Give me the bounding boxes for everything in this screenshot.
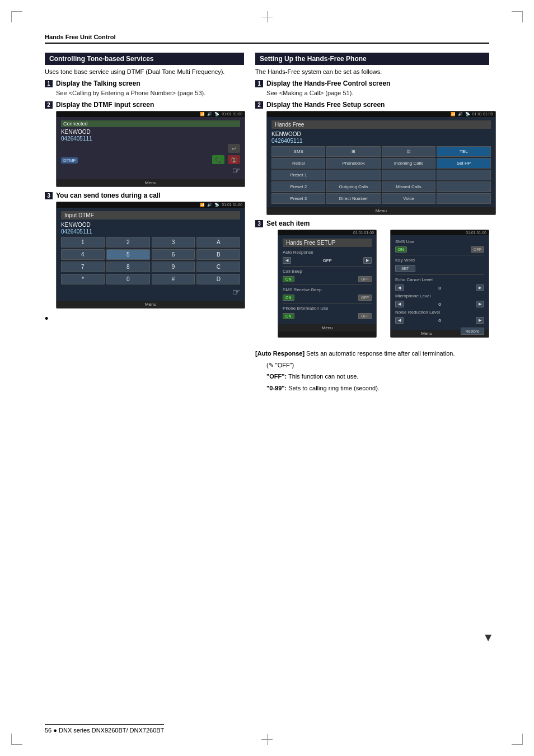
setup-row-smsuse-val: ON OFF bbox=[395, 246, 484, 253]
key-B[interactable]: B bbox=[196, 249, 240, 260]
note-off-desc: "OFF": This function can not use. bbox=[266, 372, 489, 381]
menu-redial[interactable]: Redial bbox=[271, 158, 325, 169]
menu-direct[interactable]: Direct Number bbox=[326, 193, 380, 204]
page-number: 56 bbox=[45, 727, 51, 734]
menu-tel[interactable]: TEL bbox=[437, 146, 490, 157]
setup-row-smsbeep-val: ON OFF bbox=[283, 294, 372, 301]
bullet-dot: • bbox=[45, 313, 244, 325]
btn-sb-off[interactable]: OFF bbox=[358, 295, 372, 301]
right-description: The Hands-Free system can be set as foll… bbox=[255, 68, 489, 75]
key-star[interactable]: * bbox=[61, 274, 105, 284]
setup-row-autoresponse-label: Auto Response bbox=[283, 249, 372, 255]
key-5[interactable]: 5 bbox=[106, 249, 150, 260]
hf-status-bar: 📶 🔊 📡 01:01 01:00 bbox=[267, 111, 495, 117]
setup-screen-2: 01:01 01:00 SMS Use ON OFF Key Word bbox=[390, 230, 489, 338]
r-step-1-title: Display the Hands-Free Control screen bbox=[266, 80, 390, 87]
r-step-badge-3: 3 bbox=[255, 220, 263, 227]
screen-footer-1: Menu bbox=[57, 179, 245, 186]
connected-label: Connected bbox=[61, 120, 240, 127]
hand-pointer-icon: ☞ bbox=[61, 165, 240, 176]
btn-su-on[interactable]: ON bbox=[395, 246, 407, 253]
menu-incoming[interactable]: Incoming Calls bbox=[382, 158, 435, 169]
r-step-3-title: Set each item bbox=[266, 220, 310, 227]
setup-body-1: Hands Free SETUP Auto Response ◀ OFF ▶ bbox=[278, 235, 376, 324]
btn-pi-off[interactable]: OFF bbox=[358, 313, 372, 319]
menu-preset1[interactable]: Preset 1 bbox=[271, 170, 325, 180]
btn-nr-right[interactable]: ▶ bbox=[476, 317, 484, 324]
key-hash[interactable]: # bbox=[152, 274, 195, 284]
setup-row-callbeep-label: Call Beep bbox=[283, 268, 372, 274]
btn-ml-right[interactable]: ▶ bbox=[476, 301, 484, 307]
setup-row-keyword-label: Key Word bbox=[395, 257, 484, 263]
divider-1 bbox=[283, 266, 372, 267]
btn-su-off[interactable]: OFF bbox=[471, 246, 484, 253]
btn-ml-left[interactable]: ◀ bbox=[395, 301, 404, 307]
btn-cb-off[interactable]: OFF bbox=[358, 276, 372, 282]
connected-screen: 📶 🔊 📡 01:01 01:00 Connected KENWOOD 0426… bbox=[56, 111, 245, 187]
setup-row-mic-val: ◀ 0 ▶ bbox=[395, 300, 484, 308]
menu-sms[interactable]: SMS bbox=[271, 146, 325, 157]
note-auto-response: [Auto Response] Sets an automatic respon… bbox=[255, 349, 489, 358]
btn-cb-on[interactable]: ON bbox=[283, 276, 294, 282]
key-C[interactable]: C bbox=[196, 262, 240, 272]
note-text-099: Sets to calling ring time (second). bbox=[288, 385, 380, 391]
btn-ec-right[interactable]: ▶ bbox=[476, 284, 484, 291]
connected-screen-body: Connected KENWOOD 0426405111 ↩ DTMF 📞 📵 bbox=[57, 117, 245, 179]
key-A[interactable]: A bbox=[196, 237, 240, 248]
menu-empty2: ⊡ bbox=[382, 146, 435, 157]
menu-outgoing[interactable]: Outgoing Calls bbox=[326, 181, 380, 192]
btn-sb-on[interactable]: ON bbox=[283, 295, 294, 301]
key-8[interactable]: 8 bbox=[106, 262, 150, 272]
menu-preset2[interactable]: Preset 2 bbox=[271, 181, 325, 192]
menu-voice[interactable]: Voice bbox=[382, 193, 435, 204]
btn-ar-right[interactable]: ▶ bbox=[363, 257, 372, 264]
note-keyword-ar: [Auto Response] bbox=[255, 350, 305, 357]
hf-menu-screen: 📶 🔊 📡 01:01 01:00 Hands Free KENWOOD 042… bbox=[266, 111, 496, 215]
step-3-title: You can send tones during a call bbox=[56, 192, 160, 199]
left-section-title: Controlling Tone-based Services bbox=[45, 53, 244, 65]
setup-row-phoneinfo-val: ON OFF bbox=[283, 312, 372, 320]
key-4[interactable]: 4 bbox=[61, 249, 105, 260]
hf-menu-footer: Menu bbox=[267, 207, 495, 214]
menu-missed[interactable]: Missed Calls bbox=[382, 181, 435, 192]
btn-kw-set[interactable]: SET bbox=[395, 265, 415, 272]
btn-pi-on[interactable]: ON bbox=[283, 313, 294, 319]
menu-phonebook[interactable]: Phonebook bbox=[326, 158, 380, 169]
key-0[interactable]: 0 bbox=[106, 274, 150, 284]
key-2[interactable]: 2 bbox=[106, 237, 150, 248]
setup-row-noise-val: ◀ 0 ▶ bbox=[395, 316, 484, 324]
caller-number-1: 0426405111 bbox=[61, 136, 240, 142]
key-D[interactable]: D bbox=[196, 274, 240, 284]
key-1[interactable]: 1 bbox=[61, 237, 105, 248]
dtmf-title-bar: Input DTMF bbox=[61, 211, 240, 220]
key-9[interactable]: 9 bbox=[152, 262, 195, 272]
btn-ar-left[interactable]: ◀ bbox=[283, 257, 291, 264]
note-text-ar: Sets an automatic response time after ca… bbox=[306, 350, 455, 357]
caller-number-2: 0426405111 bbox=[61, 228, 240, 235]
key-7[interactable]: 7 bbox=[61, 262, 105, 272]
note-099-desc: "0-99": Sets to calling ring time (secon… bbox=[266, 384, 489, 393]
btn-nr-left[interactable]: ◀ bbox=[395, 317, 404, 324]
footer-separator: ● bbox=[53, 727, 59, 734]
key-6[interactable]: 6 bbox=[152, 249, 195, 260]
setup-title-1: Hands Free SETUP bbox=[283, 239, 372, 247]
screen-footer-2: Menu bbox=[57, 301, 245, 308]
menu-empty4 bbox=[382, 170, 435, 180]
btn-ec-left[interactable]: ◀ bbox=[395, 284, 404, 291]
right-section-title: Setting Up the Hands-Free Phone bbox=[255, 53, 489, 65]
btn-restore[interactable]: Restore bbox=[461, 328, 485, 335]
right-column: Setting Up the Hands-Free Phone The Hand… bbox=[255, 53, 489, 395]
screen-status-bar-2: 📶 🔊 📡 01:01 01:00 bbox=[57, 202, 245, 208]
menu-sethp[interactable]: Set HP bbox=[437, 158, 490, 169]
hf-menu-grid: SMS ⊞ ⊡ TEL Redial Phonebook Incoming Ca… bbox=[271, 146, 491, 204]
scroll-down-arrow: ▼ bbox=[483, 631, 494, 644]
key-3[interactable]: 3 bbox=[152, 237, 195, 248]
hf-menu-title: Hands Free bbox=[271, 120, 491, 129]
left-description: Uses tone base service using DTMF (Dual … bbox=[45, 68, 244, 75]
header-title: Hands Free Unit Control bbox=[45, 34, 116, 40]
hf-caller-number: 0426405111 bbox=[271, 138, 491, 144]
step-1-title: Display the Talking screen bbox=[56, 80, 140, 87]
dtmf-screen: 📶 🔊 📡 01:01 01:00 Input DTMF KENWOOD 042… bbox=[56, 202, 245, 309]
menu-preset3[interactable]: Preset 3 bbox=[271, 193, 325, 204]
menu-empty1: ⊞ bbox=[326, 146, 380, 157]
